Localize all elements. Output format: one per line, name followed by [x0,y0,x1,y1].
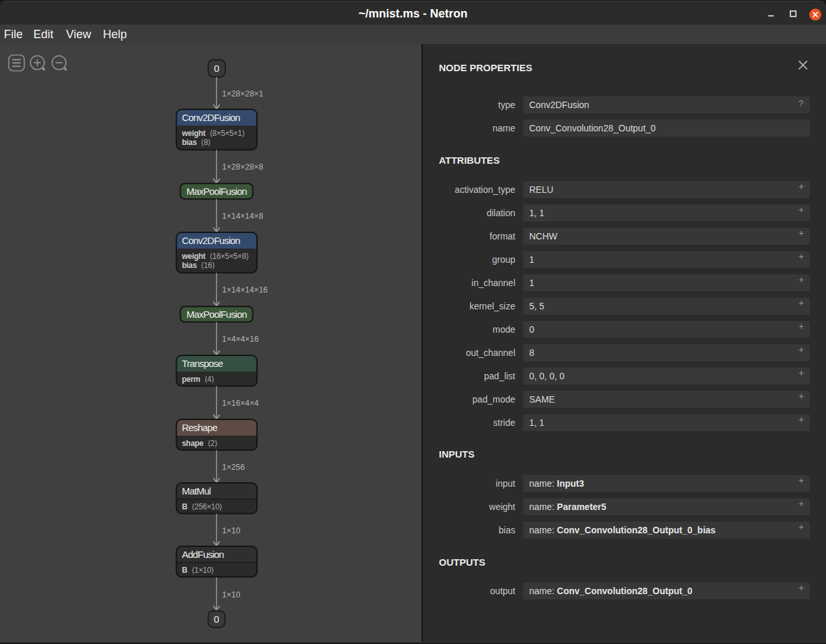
svg-text:bias⟨8⟩: bias⟨8⟩ [182,138,210,147]
svg-text:1×10: 1×10 [222,590,240,599]
svg-text:perm⟨4⟩: perm⟨4⟩ [182,375,214,384]
svg-text:MaxPoolFusion: MaxPoolFusion [186,186,247,197]
svg-text:1×10: 1×10 [222,526,240,535]
svg-text:0: 0 [214,614,219,625]
svg-text:shape⟨2⟩: shape⟨2⟩ [182,439,218,448]
svg-text:Transpose: Transpose [182,358,223,369]
svg-text:Conv2DFusion: Conv2DFusion [182,112,240,123]
svg-text:weight⟨16×5×5×8⟩: weight⟨16×5×5×8⟩ [181,252,249,261]
svg-text:1×14×14×8: 1×14×14×8 [222,212,263,221]
svg-text:1×14×14×16: 1×14×14×16 [222,285,268,294]
svg-text:1×28×28×8: 1×28×28×8 [222,162,263,172]
svg-text:0: 0 [214,63,219,74]
svg-text:B⟨1×10⟩: B⟨1×10⟩ [182,566,214,575]
svg-text:1×16×4×4: 1×16×4×4 [222,399,259,408]
svg-text:1×4×4×16: 1×4×4×16 [222,335,259,344]
svg-text:AddFusion: AddFusion [182,549,224,560]
svg-text:1×256: 1×256 [222,463,245,472]
svg-text:weight⟨8×5×5×1⟩: weight⟨8×5×5×1⟩ [181,129,245,138]
svg-text:MatMul: MatMul [182,485,211,496]
svg-text:Reshape: Reshape [182,422,218,433]
svg-text:Conv2DFusion: Conv2DFusion [182,235,240,246]
svg-text:1×28×28×1: 1×28×28×1 [222,89,263,98]
svg-text:MaxPoolFusion: MaxPoolFusion [186,309,247,320]
